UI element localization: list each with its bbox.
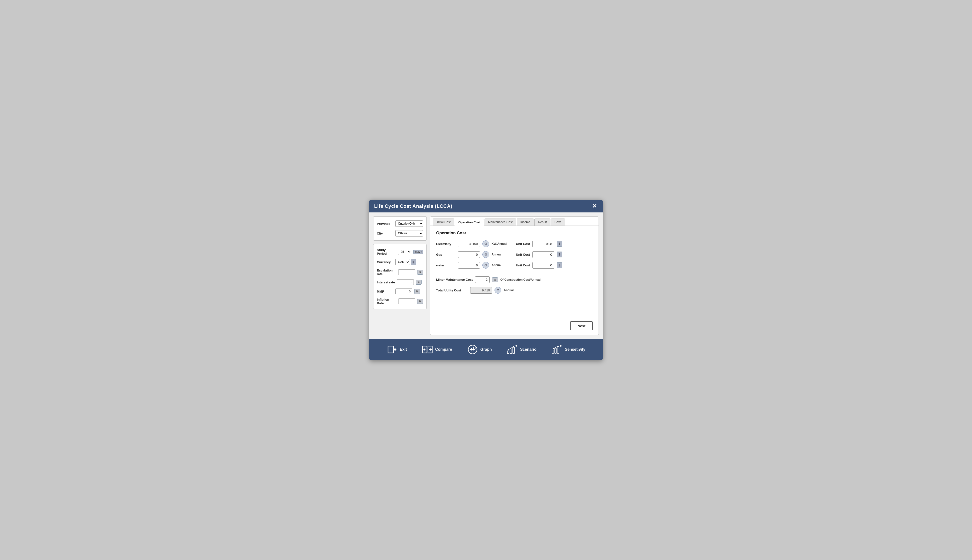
operation-cost-title: Operation Cost: [436, 231, 593, 235]
tab-income[interactable]: Income: [517, 218, 534, 225]
close-button[interactable]: ✕: [591, 203, 598, 209]
minor-percent-icon: %: [492, 277, 498, 282]
gas-unit-cost-label: Unit Cost: [516, 253, 530, 257]
inflation-label: Inflation Rate: [377, 298, 396, 305]
interest-percent-icon: %: [416, 280, 422, 285]
svg-point-14: [516, 345, 517, 347]
of-construction-label: Of Construction Cost/Annual: [500, 278, 540, 282]
svg-rect-8: [471, 348, 472, 350]
tab-bar: Initial Cost Operation Cost Maintenance …: [430, 217, 599, 226]
next-button[interactable]: Next: [570, 321, 593, 330]
svg-point-19: [553, 348, 554, 349]
minor-maintenance-row: Minor Maintenance Cost % Of Construction…: [436, 277, 593, 283]
interest-row: Interest rate %: [377, 279, 423, 285]
gas-label: Gas: [436, 253, 455, 257]
electricity-dollar-icon: $: [557, 241, 562, 247]
operation-cost-content: Operation Cost Electricity ⚙ KW/Annual U…: [430, 226, 599, 319]
province-select[interactable]: Ontario (ON): [395, 220, 423, 227]
electricity-row: Electricity ⚙ KW/Annual Unit Cost $: [436, 240, 593, 247]
city-row: City Ottawa: [377, 230, 423, 237]
tab-result[interactable]: Result: [534, 218, 550, 225]
city-label: City: [377, 232, 393, 235]
total-utility-label: Total Utility Cost: [436, 288, 468, 292]
mmr-input[interactable]: [395, 288, 412, 294]
gas-dollar-icon: $: [557, 252, 562, 257]
gas-input[interactable]: [458, 251, 480, 258]
escalation-input[interactable]: [398, 269, 415, 275]
electricity-input[interactable]: [458, 241, 480, 247]
sensitivity-icon: $: [552, 344, 562, 355]
gas-row: Gas ⚙ Annual Unit Cost $: [436, 251, 593, 258]
water-unit: Annual: [492, 263, 509, 267]
study-period-label: Study Period: [377, 248, 396, 255]
electricity-label: Electricity: [436, 242, 455, 246]
total-utility-unit: Annual: [504, 288, 521, 292]
tab-save[interactable]: Save: [551, 218, 565, 225]
currency-label: Currency: [377, 260, 393, 264]
mmr-percent-icon: %: [414, 289, 420, 294]
interest-input[interactable]: [397, 279, 414, 285]
escalation-percent-icon: %: [417, 270, 423, 275]
svg-rect-11: [507, 351, 509, 353]
svg-rect-17: [555, 348, 557, 353]
tab-initial-cost[interactable]: Initial Cost: [433, 218, 454, 225]
currency-dollar-icon: $: [411, 259, 416, 265]
currency-select[interactable]: CAD: [395, 259, 410, 265]
gas-unit: Annual: [492, 253, 509, 256]
sensitivity-button[interactable]: $ Sensetivity: [549, 343, 588, 356]
inflation-input[interactable]: [398, 298, 415, 304]
svg-rect-9: [473, 347, 473, 350]
next-button-row: Next: [430, 319, 599, 335]
exit-label: Exit: [400, 347, 407, 352]
electricity-unit-cost-label: Unit Cost: [516, 242, 530, 246]
parameters-box: Study Period 25 YEAR Currency CAD $: [373, 244, 427, 309]
exit-icon: [387, 344, 397, 355]
svg-point-15: [513, 347, 514, 347]
currency-row: Currency CAD $: [377, 259, 423, 265]
gas-unit-cost-input[interactable]: [532, 251, 554, 258]
electricity-unit: KW/Annual: [492, 242, 509, 245]
svg-rect-0: [388, 346, 393, 353]
graph-button[interactable]: Graph: [464, 343, 495, 356]
footer: Exit Compare: [369, 339, 603, 360]
scenario-icon: [507, 344, 518, 355]
compare-button[interactable]: Compare: [419, 343, 455, 356]
inflation-percent-icon: %: [417, 299, 423, 304]
mmr-row: MMR %: [377, 288, 423, 294]
water-gear-icon[interactable]: ⚙: [482, 262, 489, 268]
left-panel: Province Ontario (ON) City Ottawa Study …: [373, 216, 427, 335]
sensitivity-label: Sensetivity: [565, 347, 585, 352]
total-gear-icon[interactable]: ⚙: [495, 287, 501, 293]
water-input[interactable]: [458, 262, 480, 268]
scenario-label: Scenario: [520, 347, 537, 352]
svg-rect-18: [557, 347, 559, 353]
tab-maintenance-cost[interactable]: Maintenance Cost: [485, 218, 517, 225]
compare-label: Compare: [435, 347, 452, 352]
year-badge: YEAR: [413, 250, 423, 254]
currency-group: CAD $: [395, 259, 416, 265]
tab-operation-cost[interactable]: Operation Cost: [455, 219, 484, 226]
mmr-label: MMR: [377, 290, 393, 293]
svg-rect-16: [552, 350, 554, 353]
province-row: Province Ontario (ON): [377, 220, 423, 227]
main-content: Province Ontario (ON) City Ottawa Study …: [369, 212, 603, 339]
minor-maintenance-input[interactable]: [475, 277, 490, 283]
water-label: water: [436, 263, 455, 267]
scenario-button[interactable]: Scenario: [504, 343, 540, 356]
main-window: Life Cycle Cost Analysis (LCCA) ✕ Provin…: [369, 200, 603, 360]
exit-button[interactable]: Exit: [383, 343, 410, 356]
city-select[interactable]: Ottawa: [395, 230, 423, 237]
water-unit-cost-input[interactable]: [532, 262, 554, 268]
study-period-select[interactable]: 25: [398, 248, 411, 255]
electricity-gear-icon[interactable]: ⚙: [482, 240, 489, 247]
total-utility-row: Total Utility Cost ⚙ Annual: [436, 287, 593, 293]
window-title: Life Cycle Cost Analysis (LCCA): [374, 203, 452, 209]
graph-icon: [467, 344, 478, 355]
electricity-unit-cost-input[interactable]: [532, 241, 554, 247]
total-utility-input: [470, 287, 492, 293]
water-row: water ⚙ Annual Unit Cost $: [436, 262, 593, 268]
minor-maintenance-label: Minor Maintenance Cost: [436, 278, 473, 282]
water-unit-cost-label: Unit Cost: [516, 263, 530, 267]
gas-gear-icon[interactable]: ⚙: [482, 251, 489, 258]
graph-label: Graph: [480, 347, 492, 352]
